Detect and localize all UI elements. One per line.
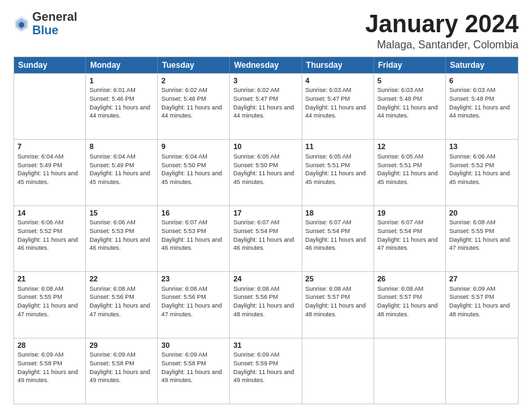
header-day-thursday: Thursday	[302, 57, 374, 73]
header-day-sunday: Sunday	[14, 57, 86, 73]
calendar-cell: 22Sunrise: 6:08 AMSunset: 5:56 PMDayligh…	[86, 272, 158, 337]
day-number: 28	[17, 340, 82, 351]
day-info: Sunrise: 6:05 AMSunset: 5:51 PMDaylight:…	[306, 152, 370, 186]
logo-text: General Blue	[32, 11, 77, 38]
calendar-cell: 30Sunrise: 6:09 AMSunset: 5:58 PMDayligh…	[158, 338, 230, 404]
day-number: 4	[306, 76, 370, 86]
day-info: Sunrise: 6:08 AMSunset: 5:57 PMDaylight:…	[306, 285, 370, 318]
day-number: 23	[161, 274, 226, 284]
day-info: Sunrise: 6:08 AMSunset: 5:55 PMDaylight:…	[449, 218, 515, 252]
day-number: 11	[306, 142, 370, 152]
calendar-cell: 23Sunrise: 6:08 AMSunset: 5:56 PMDayligh…	[158, 272, 230, 337]
calendar-row: 7Sunrise: 6:04 AMSunset: 5:49 PMDaylight…	[14, 139, 518, 205]
day-info: Sunrise: 6:02 AMSunset: 5:47 PMDaylight:…	[233, 86, 298, 120]
header-day-saturday: Saturday	[446, 57, 518, 73]
day-number: 30	[161, 340, 226, 351]
logo-blue: Blue	[32, 24, 58, 37]
day-info: Sunrise: 6:09 AMSunset: 5:58 PMDaylight:…	[89, 351, 154, 384]
day-number: 2	[161, 76, 226, 86]
day-info: Sunrise: 6:01 AMSunset: 5:46 PMDaylight:…	[89, 86, 154, 120]
calendar-cell: 25Sunrise: 6:08 AMSunset: 5:57 PMDayligh…	[302, 272, 374, 337]
day-number: 6	[449, 76, 515, 86]
day-number: 14	[17, 208, 82, 218]
calendar-cell: 27Sunrise: 6:09 AMSunset: 5:57 PMDayligh…	[446, 272, 518, 337]
day-info: Sunrise: 6:08 AMSunset: 5:56 PMDaylight:…	[89, 285, 154, 318]
month-title: January 2024	[365, 11, 519, 38]
page: General Blue January 2024 Malaga, Santan…	[0, 0, 532, 411]
day-info: Sunrise: 6:07 AMSunset: 5:54 PMDaylight:…	[306, 218, 370, 252]
day-number: 18	[306, 208, 370, 218]
day-info: Sunrise: 6:09 AMSunset: 5:57 PMDaylight:…	[449, 285, 515, 318]
day-info: Sunrise: 6:03 AMSunset: 5:48 PMDaylight:…	[378, 86, 442, 120]
day-number: 8	[89, 142, 154, 152]
day-info: Sunrise: 6:03 AMSunset: 5:47 PMDaylight:…	[306, 86, 370, 120]
header-day-wednesday: Wednesday	[230, 57, 302, 73]
day-info: Sunrise: 6:08 AMSunset: 5:56 PMDaylight:…	[233, 285, 298, 318]
header-day-monday: Monday	[86, 57, 158, 73]
calendar-cell: 17Sunrise: 6:07 AMSunset: 5:54 PMDayligh…	[230, 206, 302, 271]
calendar-cell	[446, 338, 518, 404]
calendar-cell: 6Sunrise: 6:03 AMSunset: 5:48 PMDaylight…	[446, 74, 518, 139]
day-number: 27	[449, 274, 515, 284]
calendar-cell: 20Sunrise: 6:08 AMSunset: 5:55 PMDayligh…	[446, 206, 518, 271]
day-number: 25	[306, 274, 370, 284]
calendar-cell: 21Sunrise: 6:08 AMSunset: 5:55 PMDayligh…	[14, 272, 86, 337]
calendar-cell: 9Sunrise: 6:04 AMSunset: 5:50 PMDaylight…	[158, 140, 230, 205]
day-info: Sunrise: 6:05 AMSunset: 5:51 PMDaylight:…	[378, 152, 442, 186]
calendar-cell: 3Sunrise: 6:02 AMSunset: 5:47 PMDaylight…	[230, 74, 302, 139]
calendar-row: 28Sunrise: 6:09 AMSunset: 5:58 PMDayligh…	[14, 338, 518, 404]
day-number: 22	[89, 274, 154, 284]
calendar-cell: 11Sunrise: 6:05 AMSunset: 5:51 PMDayligh…	[302, 140, 374, 205]
calendar-cell: 10Sunrise: 6:05 AMSunset: 5:50 PMDayligh…	[230, 140, 302, 205]
calendar-cell: 8Sunrise: 6:04 AMSunset: 5:49 PMDaylight…	[86, 140, 158, 205]
logo-icon	[13, 15, 30, 34]
day-info: Sunrise: 6:09 AMSunset: 5:59 PMDaylight:…	[233, 351, 298, 384]
calendar: SundayMondayTuesdayWednesdayThursdayFrid…	[13, 56, 519, 404]
calendar-cell: 31Sunrise: 6:09 AMSunset: 5:59 PMDayligh…	[230, 338, 302, 404]
day-info: Sunrise: 6:03 AMSunset: 5:48 PMDaylight:…	[449, 86, 515, 120]
day-number: 12	[378, 142, 442, 152]
header: General Blue January 2024 Malaga, Santan…	[13, 11, 519, 51]
day-number: 20	[449, 208, 515, 218]
day-info: Sunrise: 6:02 AMSunset: 5:46 PMDaylight:…	[161, 86, 226, 120]
day-number: 29	[89, 340, 154, 351]
calendar-cell: 4Sunrise: 6:03 AMSunset: 5:47 PMDaylight…	[302, 74, 374, 139]
calendar-cell: 5Sunrise: 6:03 AMSunset: 5:48 PMDaylight…	[374, 74, 446, 139]
calendar-cell: 28Sunrise: 6:09 AMSunset: 5:58 PMDayligh…	[14, 338, 86, 404]
day-number: 10	[233, 142, 298, 152]
title-block: January 2024 Malaga, Santander, Colombia	[365, 11, 519, 51]
day-info: Sunrise: 6:06 AMSunset: 5:53 PMDaylight:…	[89, 218, 154, 252]
day-info: Sunrise: 6:09 AMSunset: 5:58 PMDaylight:…	[161, 351, 226, 384]
day-number: 13	[449, 142, 515, 152]
calendar-header: SundayMondayTuesdayWednesdayThursdayFrid…	[14, 57, 518, 73]
day-number: 3	[233, 76, 298, 86]
calendar-cell: 26Sunrise: 6:08 AMSunset: 5:57 PMDayligh…	[374, 272, 446, 337]
day-info: Sunrise: 6:07 AMSunset: 5:54 PMDaylight:…	[378, 218, 442, 252]
day-number: 16	[161, 208, 226, 218]
day-number: 21	[17, 274, 82, 284]
calendar-cell	[302, 338, 374, 404]
day-info: Sunrise: 6:04 AMSunset: 5:49 PMDaylight:…	[17, 152, 82, 186]
day-info: Sunrise: 6:08 AMSunset: 5:55 PMDaylight:…	[17, 285, 82, 318]
calendar-row: 21Sunrise: 6:08 AMSunset: 5:55 PMDayligh…	[14, 271, 518, 337]
header-day-tuesday: Tuesday	[158, 57, 230, 73]
day-info: Sunrise: 6:06 AMSunset: 5:52 PMDaylight:…	[17, 218, 82, 252]
calendar-cell	[14, 74, 86, 139]
subtitle: Malaga, Santander, Colombia	[365, 39, 519, 51]
calendar-cell: 2Sunrise: 6:02 AMSunset: 5:46 PMDaylight…	[158, 74, 230, 139]
calendar-cell: 29Sunrise: 6:09 AMSunset: 5:58 PMDayligh…	[86, 338, 158, 404]
calendar-cell: 15Sunrise: 6:06 AMSunset: 5:53 PMDayligh…	[86, 206, 158, 271]
calendar-cell: 7Sunrise: 6:04 AMSunset: 5:49 PMDaylight…	[14, 140, 86, 205]
day-number: 1	[89, 76, 154, 86]
calendar-cell: 12Sunrise: 6:05 AMSunset: 5:51 PMDayligh…	[374, 140, 446, 205]
day-number: 24	[233, 274, 298, 284]
calendar-cell: 16Sunrise: 6:07 AMSunset: 5:53 PMDayligh…	[158, 206, 230, 271]
day-number: 17	[233, 208, 298, 218]
day-info: Sunrise: 6:08 AMSunset: 5:56 PMDaylight:…	[161, 285, 226, 318]
day-info: Sunrise: 6:04 AMSunset: 5:50 PMDaylight:…	[161, 152, 226, 186]
day-number: 19	[378, 208, 442, 218]
day-number: 31	[233, 340, 298, 351]
calendar-cell: 14Sunrise: 6:06 AMSunset: 5:52 PMDayligh…	[14, 206, 86, 271]
calendar-cell: 13Sunrise: 6:06 AMSunset: 5:52 PMDayligh…	[446, 140, 518, 205]
day-number: 26	[378, 274, 442, 284]
